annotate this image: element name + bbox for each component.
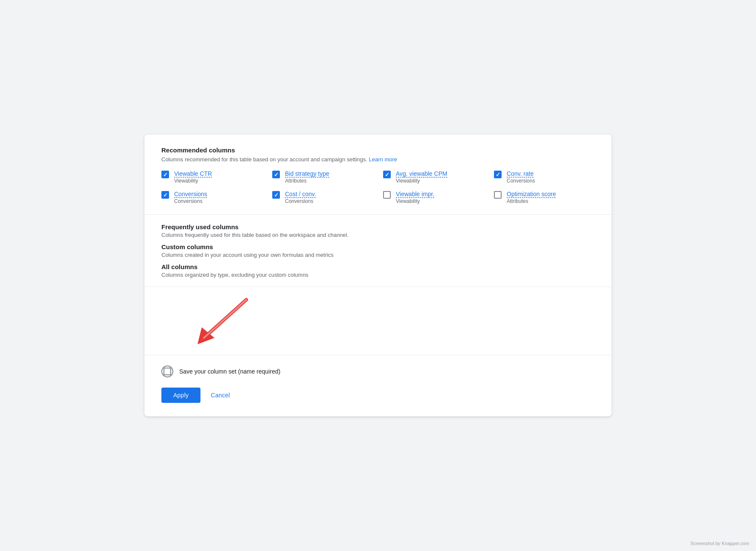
conversions-category: Conversions [174, 198, 207, 204]
cost-conv-name[interactable]: Cost / conv. [285, 191, 316, 197]
recommended-desc: Columns recommended for this table based… [161, 156, 595, 163]
viewable-impr-name[interactable]: Viewable impr. [396, 191, 434, 197]
apply-button[interactable]: Apply [161, 388, 200, 403]
nav-sections: Frequently used columns Columns frequent… [144, 215, 612, 287]
action-row: Apply Cancel [161, 388, 595, 403]
custom-columns-desc: Columns created in your account using yo… [161, 252, 595, 258]
conversions-name[interactable]: Conversions [174, 191, 207, 197]
avg-viewable-cpm-category: Viewability [396, 178, 447, 184]
svg-line-2 [204, 300, 246, 338]
viewable-ctr-name[interactable]: Viewable CTR [174, 170, 212, 177]
save-column-set-checkbox[interactable] [161, 365, 173, 377]
nav-item-custom-columns[interactable]: Custom columns Columns created in your a… [161, 243, 595, 258]
columns-grid: ✓ Viewable CTR Viewability ✓ Bid strateg… [161, 170, 595, 204]
columns-panel: Recommended columns Columns recommended … [144, 135, 612, 416]
nav-item-all-columns[interactable]: All columns Columns organized by type, e… [161, 263, 595, 278]
frequently-used-title: Frequently used columns [161, 223, 595, 231]
all-columns-desc: Columns organized by type, excluding you… [161, 272, 595, 278]
cost-conv-category: Conversions [285, 198, 316, 204]
conv-rate-name[interactable]: Conv. rate [507, 170, 535, 177]
conv-rate-checkbox[interactable]: ✓ [494, 171, 502, 179]
frequently-used-desc: Columns frequently used for this table b… [161, 232, 595, 238]
viewable-ctr-checkbox[interactable]: ✓ [161, 171, 170, 179]
save-checkbox-inner [164, 368, 171, 375]
column-item-avg-viewable-cpm: ✓ Avg. viewable CPM Viewability [383, 170, 484, 184]
arrow-area [144, 287, 612, 355]
bid-strategy-name[interactable]: Bid strategy type [285, 170, 329, 177]
optimization-score-name[interactable]: Optimization score [507, 191, 556, 197]
all-columns-title: All columns [161, 263, 595, 270]
avg-viewable-cpm-name[interactable]: Avg. viewable CPM [396, 170, 447, 177]
recommended-title: Recommended columns [161, 146, 595, 154]
red-arrow-indicator [178, 295, 255, 352]
footer-section: Save your column set (name required) App… [144, 355, 612, 416]
column-item-bid-strategy: ✓ Bid strategy type Attributes [272, 170, 373, 184]
optimization-score-checkbox[interactable] [494, 191, 502, 200]
conversions-checkbox[interactable]: ✓ [161, 191, 170, 200]
avg-viewable-cpm-checkbox[interactable]: ✓ [383, 171, 392, 179]
viewable-impr-category: Viewability [396, 198, 434, 204]
save-row: Save your column set (name required) [161, 365, 595, 377]
optimization-score-category: Attributes [507, 198, 556, 204]
watermark: Screenshot by Knapper.com [691, 541, 749, 546]
conv-rate-category: Conversions [507, 178, 535, 184]
bid-strategy-checkbox[interactable]: ✓ [272, 171, 281, 179]
viewable-impr-checkbox[interactable] [383, 191, 392, 200]
cost-conv-checkbox[interactable]: ✓ [272, 191, 281, 200]
column-item-conversions: ✓ Conversions Conversions [161, 191, 262, 204]
column-item-conv-rate: ✓ Conv. rate Conversions [494, 170, 595, 184]
learn-more-link[interactable]: Learn more [369, 156, 397, 163]
bid-strategy-category: Attributes [285, 178, 329, 184]
column-item-optimization-score: Optimization score Attributes [494, 191, 595, 204]
nav-item-frequently-used[interactable]: Frequently used columns Columns frequent… [161, 223, 595, 238]
column-item-viewable-ctr: ✓ Viewable CTR Viewability [161, 170, 262, 184]
column-item-viewable-impr: Viewable impr. Viewability [383, 191, 484, 204]
cancel-button[interactable]: Cancel [207, 388, 233, 403]
custom-columns-title: Custom columns [161, 243, 595, 250]
viewable-ctr-category: Viewability [174, 178, 212, 184]
save-label: Save your column set (name required) [179, 368, 280, 375]
column-item-cost-conv: ✓ Cost / conv. Conversions [272, 191, 373, 204]
recommended-section: Recommended columns Columns recommended … [144, 135, 612, 215]
